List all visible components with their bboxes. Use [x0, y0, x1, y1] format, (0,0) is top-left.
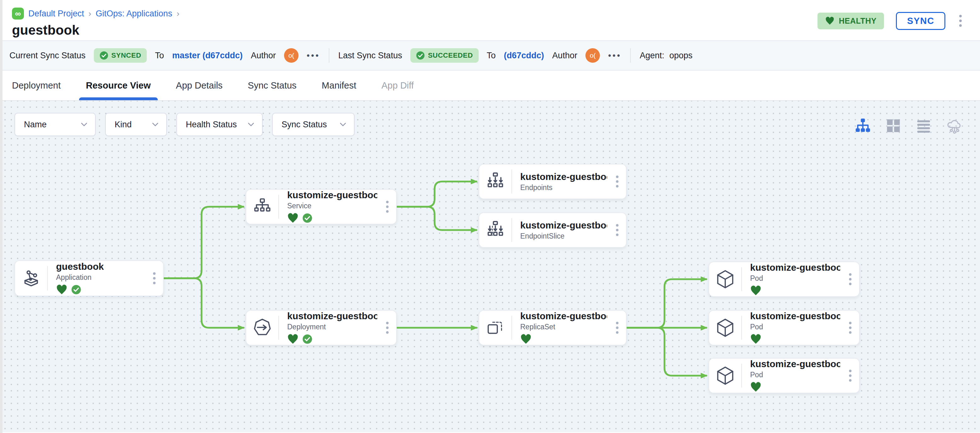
- filter-label: Kind: [115, 120, 132, 129]
- filter-kind[interactable]: Kind: [105, 113, 167, 136]
- healthy-heart-icon: [520, 334, 531, 344]
- tab-manifest[interactable]: Manifest: [322, 70, 356, 100]
- node-more-options-icon[interactable]: [608, 311, 626, 345]
- deployment-icon: [246, 311, 278, 345]
- edge-rs-pod3: [627, 328, 707, 375]
- more-options-icon[interactable]: [957, 13, 964, 29]
- check-circle-icon: [100, 51, 108, 60]
- last-sync-label: Last Sync Status: [338, 51, 402, 61]
- current-sync-target-link[interactable]: master (d67cddc): [172, 51, 243, 61]
- node-kind: Pod: [750, 371, 840, 379]
- node-status-icons: [750, 285, 840, 296]
- node-more-options-icon[interactable]: [379, 311, 396, 345]
- resource-node-deployment[interactable]: kustomize-guestbook-uiDeployment: [246, 310, 397, 345]
- sync-button[interactable]: SYNC: [896, 12, 945, 30]
- edge-svc-eps: [397, 207, 477, 230]
- node-body: kustomize-guestbook-ui-...Pod: [742, 311, 842, 345]
- tab-deployment[interactable]: Deployment: [12, 70, 61, 100]
- author-avatar[interactable]: o(: [585, 48, 600, 63]
- to-label: To: [487, 51, 496, 61]
- healthy-heart-icon: [56, 284, 67, 295]
- resource-node-pod[interactable]: kustomize-guestbook-ui-...Pod: [708, 262, 860, 297]
- resource-node-replicaset[interactable]: kustomize-guestbook-ui-...ReplicaSet: [479, 310, 627, 345]
- node-more-options-icon[interactable]: [608, 213, 626, 247]
- node-more-options-icon[interactable]: [145, 261, 163, 296]
- filter-name[interactable]: Name: [14, 113, 96, 136]
- healthy-heart-icon: [287, 334, 299, 344]
- edge-app-svc: [164, 207, 244, 278]
- healthy-heart-icon: [750, 334, 762, 344]
- node-name: kustomize-guestbook-ui-...: [750, 311, 840, 321]
- node-name: kustomize-guestbook-ui: [520, 171, 607, 182]
- node-body: guestbookApplication: [48, 261, 145, 296]
- endpoints-icon: [479, 165, 511, 198]
- filter-sync-status[interactable]: Sync Status: [272, 113, 355, 136]
- node-kind: Endpoints: [520, 184, 607, 192]
- breadcrumb: ∞ Default Project › GitOps: Applications…: [12, 8, 180, 19]
- replicaset-icon: [479, 311, 511, 345]
- node-body: kustomize-guestbook-ui-...EndpointSlice: [512, 213, 608, 247]
- author-label: Author: [552, 51, 578, 61]
- node-more-options-icon[interactable]: [842, 311, 859, 345]
- node-kind: Pod: [750, 274, 840, 283]
- node-more-options-icon[interactable]: [842, 262, 859, 296]
- resource-tree-canvas[interactable]: NameKindHealth StatusSync Status guestbo…: [0, 101, 980, 432]
- health-badge-label: HEALTHY: [839, 16, 877, 26]
- node-body: kustomize-guestbook-uiDeployment: [279, 311, 379, 345]
- synced-check-icon: [302, 213, 312, 223]
- grid-view-icon[interactable]: [886, 118, 901, 134]
- agent-label: Agent:: [640, 51, 664, 61]
- synced-badge: SYNCED: [94, 48, 147, 63]
- node-name: kustomize-guestbook-ui: [287, 311, 377, 321]
- breadcrumb-gitops-applications[interactable]: GitOps: Applications: [96, 9, 172, 19]
- node-kind: EndpointSlice: [520, 232, 607, 240]
- node-name: kustomize-guestbook-ui-...: [750, 359, 840, 369]
- filter-label: Sync Status: [282, 120, 327, 129]
- filter-health-status[interactable]: Health Status: [177, 113, 262, 136]
- node-status-icons: [750, 381, 840, 393]
- app-tabs: DeploymentResource ViewApp DetailsSync S…: [0, 70, 980, 101]
- node-name: kustomize-guestbook-ui-...: [520, 311, 607, 321]
- resource-node-service[interactable]: kustomize-guestbook-uiService: [246, 189, 397, 224]
- node-kind: ReplicaSet: [520, 323, 607, 331]
- commit-message-ellipsis[interactable]: •••: [307, 51, 320, 61]
- node-status-icons: [56, 284, 144, 295]
- pod-icon: [709, 311, 741, 345]
- synced-check-icon: [71, 284, 81, 295]
- tab-app-details[interactable]: App Details: [176, 70, 223, 100]
- resource-filter-row: NameKindHealth StatusSync Status: [14, 113, 355, 136]
- service-icon: [246, 190, 278, 224]
- healthy-heart-icon: [287, 213, 299, 224]
- health-status-badge: HEALTHY: [818, 13, 884, 29]
- commit-message-ellipsis[interactable]: •••: [608, 51, 621, 61]
- resource-node-application[interactable]: guestbookApplication: [14, 260, 164, 296]
- list-view-icon[interactable]: [916, 118, 932, 134]
- pod-icon: [709, 359, 741, 393]
- sync-status-bar: Current Sync Status SYNCED To master (d6…: [0, 40, 980, 70]
- chevron-right-icon: ›: [177, 9, 180, 19]
- tab-resource-view[interactable]: Resource View: [86, 70, 151, 100]
- chevron-down-icon: [81, 122, 88, 127]
- node-kind: Deployment: [287, 323, 377, 331]
- node-kind: Service: [287, 202, 377, 210]
- succeeded-badge-label: SUCCEEDED: [428, 51, 473, 59]
- last-sync-target-link[interactable]: (d67cddc): [504, 51, 544, 61]
- healthy-heart-icon: [750, 382, 762, 392]
- node-more-options-icon[interactable]: [608, 165, 626, 198]
- edge-rs-pod1: [627, 279, 707, 328]
- resource-node-endpoints[interactable]: kustomize-guestbook-uiEndpoints: [479, 164, 627, 199]
- breadcrumb-project[interactable]: Default Project: [28, 9, 84, 19]
- tab-sync-status[interactable]: Sync Status: [248, 70, 297, 100]
- filter-label: Health Status: [186, 120, 237, 129]
- node-more-options-icon[interactable]: [842, 359, 859, 393]
- resource-node-endpointslice[interactable]: kustomize-guestbook-ui-...EndpointSlice: [479, 213, 627, 248]
- window-left-edge: [0, 0, 3, 433]
- resource-node-pod[interactable]: kustomize-guestbook-ui-...Pod: [708, 310, 860, 345]
- cloud-view-icon[interactable]: [946, 117, 963, 134]
- author-avatar[interactable]: o(: [284, 48, 299, 63]
- resource-node-pod[interactable]: kustomize-guestbook-ui-...Pod: [708, 358, 860, 393]
- node-more-options-icon[interactable]: [379, 190, 396, 224]
- node-status-icons: [287, 213, 377, 224]
- tree-view-icon[interactable]: [855, 118, 871, 134]
- view-toggle-group: [855, 117, 963, 134]
